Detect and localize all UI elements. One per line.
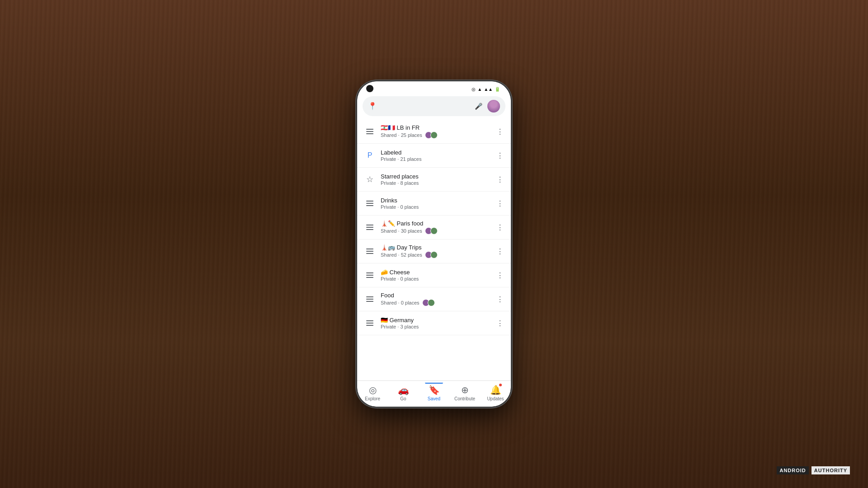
label-icon: P bbox=[363, 148, 377, 163]
list-item-germany[interactable]: 🇩🇪 Germany Private · 3 places ⋮ bbox=[357, 311, 511, 335]
more-options-button[interactable]: ⋮ bbox=[495, 126, 505, 137]
list-item-day-trips[interactable]: 🗼🚌 Day Trips Shared · 52 places ⋮ bbox=[357, 239, 511, 263]
signal-icon: ▲▲ bbox=[484, 87, 493, 92]
more-options-button[interactable]: ⋮ bbox=[495, 246, 505, 257]
google-maps-icon: 📍 bbox=[368, 102, 377, 111]
nav-item-updates[interactable]: 🔔 Updates bbox=[480, 383, 511, 403]
list-item-title: 🇱🇧🇫🇷 LB in FR bbox=[381, 124, 495, 131]
list-item-food[interactable]: Food Shared · 0 places ⋮ bbox=[357, 287, 511, 311]
hamburger-icon bbox=[363, 316, 377, 330]
watermark-highlight: AUTHORITY bbox=[811, 466, 850, 474]
updates-nav-label: Updates bbox=[487, 396, 504, 401]
more-options-button[interactable]: ⋮ bbox=[495, 150, 505, 161]
watermark-brand: ANDROID bbox=[777, 466, 808, 474]
list-item-subtitle: Shared · 30 places bbox=[381, 227, 495, 235]
list-item-info: 🇩🇪 Germany Private · 3 places bbox=[381, 317, 495, 329]
list-item-paris-food[interactable]: 🗼✏️ Paris food Shared · 30 places ⋮ bbox=[357, 216, 511, 239]
wifi-icon: ▲ bbox=[477, 87, 482, 92]
list-item-labeled[interactable]: P Labeled Private · 21 places ⋮ bbox=[357, 144, 511, 168]
watermark: ANDROID AUTHORITY bbox=[777, 466, 850, 474]
go-nav-icon: 🚗 bbox=[398, 385, 409, 395]
list-item-info: 🗼✏️ Paris food Shared · 30 places bbox=[381, 220, 495, 235]
list-item-subtitle: Shared · 52 places bbox=[381, 251, 495, 258]
saved-nav-icon: 🔖 bbox=[429, 385, 440, 395]
list-item-subtitle: Private · 21 places bbox=[381, 156, 495, 162]
list-item-lb-in-fr[interactable]: 🇱🇧🇫🇷 LB in FR Shared · 25 places ⋮ bbox=[357, 120, 511, 144]
list-item-title: Labeled bbox=[381, 149, 495, 156]
mic-icon[interactable]: 🎤 bbox=[473, 101, 484, 112]
nav-active-indicator bbox=[425, 383, 443, 384]
more-options-button[interactable]: ⋮ bbox=[495, 222, 505, 233]
list-item-info: Starred places Private · 8 places bbox=[381, 173, 495, 186]
avatar-stack bbox=[425, 227, 438, 235]
nav-item-contribute[interactable]: ⊕ Contribute bbox=[449, 383, 480, 403]
list-item-info: Labeled Private · 21 places bbox=[381, 149, 495, 162]
list-item-info: 🗼🚌 Day Trips Shared · 52 places bbox=[381, 244, 495, 258]
hamburger-icon bbox=[363, 292, 377, 306]
phone-screen: ◎ ▲ ▲▲ 🔋 📍 🎤 bbox=[357, 81, 511, 407]
search-right-icons: 🎤 bbox=[473, 100, 500, 113]
list-item-subtitle: Private · 0 places bbox=[381, 204, 495, 210]
hamburger-icon bbox=[363, 124, 377, 139]
more-options-button[interactable]: ⋮ bbox=[495, 318, 505, 328]
camera-notch bbox=[366, 85, 373, 92]
list-item-title: Starred places bbox=[381, 173, 495, 180]
list-item-drinks[interactable]: Drinks Private · 0 places ⋮ bbox=[357, 192, 511, 216]
list-item-title: 🗼🚌 Day Trips bbox=[381, 244, 495, 251]
list-item-title: Drinks bbox=[381, 197, 495, 204]
contribute-nav-label: Contribute bbox=[454, 396, 475, 401]
hamburger-icon bbox=[363, 196, 377, 211]
user-avatar[interactable] bbox=[487, 100, 500, 113]
nav-item-go[interactable]: 🚗 Go bbox=[388, 383, 419, 403]
hamburger-icon bbox=[363, 268, 377, 282]
hamburger-icon bbox=[363, 244, 377, 258]
more-options-button[interactable]: ⋮ bbox=[495, 294, 505, 305]
notification-dot bbox=[499, 384, 502, 386]
more-options-button[interactable]: ⋮ bbox=[495, 198, 505, 209]
list-item-subtitle: Shared · 25 places bbox=[381, 131, 495, 139]
list-item-info: 🧀 Cheese Private · 0 places bbox=[381, 269, 495, 282]
battery-icon: 🔋 bbox=[495, 87, 500, 92]
contribute-nav-icon: ⊕ bbox=[461, 385, 469, 395]
phone-device: ◎ ▲ ▲▲ 🔋 📍 🎤 bbox=[357, 81, 511, 407]
list-item-subtitle: Private · 3 places bbox=[381, 324, 495, 329]
avatar-stack bbox=[422, 299, 435, 306]
go-nav-label: Go bbox=[400, 396, 406, 401]
status-bar: ◎ ▲ ▲▲ 🔋 bbox=[357, 81, 511, 94]
hamburger-icon bbox=[363, 220, 377, 235]
bottom-navigation: ◎ Explore 🚗 Go 🔖 Saved ⊕ Contribute 🔔 Up… bbox=[357, 380, 511, 407]
avatar-2 bbox=[430, 131, 438, 139]
list-item-info: 🇱🇧🇫🇷 LB in FR Shared · 25 places bbox=[381, 124, 495, 139]
avatar-stack bbox=[425, 251, 438, 258]
saved-places-list: 🇱🇧🇫🇷 LB in FR Shared · 25 places ⋮ P Lab… bbox=[357, 120, 511, 380]
nav-item-explore[interactable]: ◎ Explore bbox=[357, 383, 388, 403]
more-options-button[interactable]: ⋮ bbox=[495, 270, 505, 281]
star-icon: ☆ bbox=[363, 172, 377, 187]
list-item-starred-places[interactable]: ☆ Starred places Private · 8 places ⋮ bbox=[357, 168, 511, 192]
avatar-2 bbox=[430, 227, 438, 235]
explore-nav-icon: ◎ bbox=[369, 385, 377, 395]
list-item-info: Food Shared · 0 places bbox=[381, 292, 495, 306]
list-item-cheese[interactable]: 🧀 Cheese Private · 0 places ⋮ bbox=[357, 263, 511, 287]
list-item-title: 🗼✏️ Paris food bbox=[381, 220, 495, 227]
list-item-title: 🧀 Cheese bbox=[381, 269, 495, 276]
list-item-subtitle: Shared · 0 places bbox=[381, 299, 495, 306]
saved-nav-label: Saved bbox=[428, 396, 440, 401]
avatar-2 bbox=[428, 299, 435, 306]
nav-item-saved[interactable]: 🔖 Saved bbox=[419, 383, 449, 403]
avatar-stack bbox=[425, 131, 438, 139]
list-item-subtitle: Private · 0 places bbox=[381, 276, 495, 282]
list-item-info: Drinks Private · 0 places bbox=[381, 197, 495, 210]
location-icon: ◎ bbox=[472, 87, 476, 92]
more-options-button[interactable]: ⋮ bbox=[495, 174, 505, 185]
status-icons: ◎ ▲ ▲▲ 🔋 bbox=[472, 87, 502, 92]
list-item-title: Food bbox=[381, 292, 495, 299]
explore-nav-label: Explore bbox=[365, 396, 380, 401]
search-bar: 📍 🎤 bbox=[357, 94, 511, 120]
list-item-title: 🇩🇪 Germany bbox=[381, 317, 495, 324]
avatar-2 bbox=[430, 251, 438, 258]
list-item-subtitle: Private · 8 places bbox=[381, 180, 495, 186]
search-input-container[interactable]: 📍 🎤 bbox=[363, 96, 505, 116]
